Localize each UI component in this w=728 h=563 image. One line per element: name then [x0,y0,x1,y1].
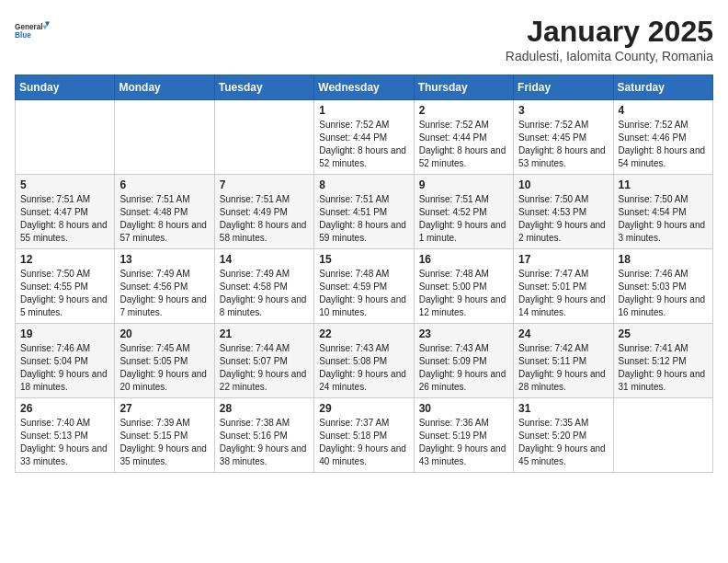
weekday-header: Friday [514,75,613,100]
calendar-cell: 4Sunrise: 7:52 AMSunset: 4:46 PMDaylight… [613,100,712,175]
day-number: 26 [20,402,109,415]
day-info: Sunrise: 7:48 AMSunset: 5:00 PMDaylight:… [419,268,508,319]
day-number: 24 [518,327,608,340]
day-number: 7 [220,178,309,191]
day-number: 17 [518,253,608,266]
day-number: 31 [518,402,608,415]
day-number: 10 [518,178,608,191]
day-info: Sunrise: 7:52 AMSunset: 4:44 PMDaylight:… [419,119,508,170]
day-number: 12 [20,253,109,266]
day-info: Sunrise: 7:50 AMSunset: 4:54 PMDaylight:… [619,193,708,245]
page-header: General Blue January 2025 Radulesti, Ial… [15,15,713,63]
day-number: 16 [419,253,508,266]
day-number: 18 [619,253,708,266]
day-number: 29 [319,402,408,415]
weekday-header: Tuesday [214,75,313,100]
calendar-cell: 12Sunrise: 7:50 AMSunset: 4:55 PMDayligh… [16,249,115,324]
day-info: Sunrise: 7:43 AMSunset: 5:09 PMDaylight:… [419,342,508,394]
calendar-cell [115,100,214,175]
calendar-cell: 31Sunrise: 7:35 AMSunset: 5:20 PMDayligh… [514,398,613,473]
calendar-cell [16,100,115,175]
day-number: 3 [518,104,608,117]
day-number: 30 [419,402,508,415]
day-info: Sunrise: 7:51 AMSunset: 4:49 PMDaylight:… [220,193,309,245]
day-info: Sunrise: 7:51 AMSunset: 4:48 PMDaylight:… [119,193,209,245]
weekday-header: Monday [115,75,214,100]
weekday-header: Thursday [414,75,513,100]
day-info: Sunrise: 7:38 AMSunset: 5:16 PMDaylight:… [220,417,309,468]
calendar-cell: 9Sunrise: 7:51 AMSunset: 4:52 PMDaylight… [414,175,513,249]
calendar-table: SundayMondayTuesdayWednesdayThursdayFrid… [15,75,713,473]
calendar-week-row: 1Sunrise: 7:52 AMSunset: 4:44 PMDaylight… [16,100,713,175]
day-info: Sunrise: 7:44 AMSunset: 5:07 PMDaylight:… [220,342,309,394]
calendar-cell: 18Sunrise: 7:46 AMSunset: 5:03 PMDayligh… [613,249,712,324]
calendar-cell: 3Sunrise: 7:52 AMSunset: 4:45 PMDaylight… [514,100,613,175]
day-info: Sunrise: 7:41 AMSunset: 5:12 PMDaylight:… [619,342,708,394]
day-info: Sunrise: 7:46 AMSunset: 5:04 PMDaylight:… [20,342,109,394]
day-number: 19 [20,327,109,340]
calendar-cell: 23Sunrise: 7:43 AMSunset: 5:09 PMDayligh… [414,324,513,398]
calendar-cell: 13Sunrise: 7:49 AMSunset: 4:56 PMDayligh… [115,249,214,324]
day-number: 4 [619,104,708,117]
location-title: Radulesti, Ialomita County, Romania [506,49,713,63]
day-info: Sunrise: 7:51 AMSunset: 4:52 PMDaylight:… [419,193,508,245]
month-title: January 2025 [506,15,713,49]
day-number: 25 [619,327,708,340]
calendar-cell: 7Sunrise: 7:51 AMSunset: 4:49 PMDaylight… [214,175,313,249]
day-info: Sunrise: 7:52 AMSunset: 4:46 PMDaylight:… [619,119,708,170]
day-info: Sunrise: 7:43 AMSunset: 5:08 PMDaylight:… [319,342,408,394]
day-number: 11 [619,178,708,191]
day-number: 1 [319,104,408,117]
day-info: Sunrise: 7:50 AMSunset: 4:53 PMDaylight:… [518,193,608,245]
day-number: 20 [119,327,209,340]
calendar-week-row: 5Sunrise: 7:51 AMSunset: 4:47 PMDaylight… [16,175,713,249]
calendar-cell: 20Sunrise: 7:45 AMSunset: 5:05 PMDayligh… [115,324,214,398]
calendar-cell [214,100,313,175]
calendar-cell: 22Sunrise: 7:43 AMSunset: 5:08 PMDayligh… [314,324,414,398]
day-number: 8 [319,178,408,191]
calendar-cell: 11Sunrise: 7:50 AMSunset: 4:54 PMDayligh… [613,175,712,249]
calendar-cell: 27Sunrise: 7:39 AMSunset: 5:15 PMDayligh… [115,398,214,473]
day-info: Sunrise: 7:46 AMSunset: 5:03 PMDaylight:… [619,268,708,319]
svg-text:General: General [15,23,43,31]
day-number: 22 [319,327,408,340]
calendar-week-row: 26Sunrise: 7:40 AMSunset: 5:13 PMDayligh… [16,398,713,473]
calendar-cell: 14Sunrise: 7:49 AMSunset: 4:58 PMDayligh… [214,249,313,324]
day-number: 21 [220,327,309,340]
day-info: Sunrise: 7:42 AMSunset: 5:11 PMDaylight:… [518,342,608,394]
calendar-cell: 10Sunrise: 7:50 AMSunset: 4:53 PMDayligh… [514,175,613,249]
calendar-cell: 26Sunrise: 7:40 AMSunset: 5:13 PMDayligh… [16,398,115,473]
day-info: Sunrise: 7:36 AMSunset: 5:19 PMDaylight:… [419,417,508,468]
calendar-cell: 25Sunrise: 7:41 AMSunset: 5:12 PMDayligh… [613,324,712,398]
day-number: 15 [319,253,408,266]
weekday-header: Sunday [16,75,115,100]
calendar-cell: 15Sunrise: 7:48 AMSunset: 4:59 PMDayligh… [314,249,414,324]
calendar-cell: 2Sunrise: 7:52 AMSunset: 4:44 PMDaylight… [414,100,513,175]
day-number: 5 [20,178,109,191]
day-info: Sunrise: 7:40 AMSunset: 5:13 PMDaylight:… [20,417,109,468]
day-number: 27 [119,402,209,415]
day-info: Sunrise: 7:52 AMSunset: 4:44 PMDaylight:… [319,119,408,170]
title-block: January 2025 Radulesti, Ialomita County,… [506,15,713,63]
day-number: 2 [419,104,508,117]
day-info: Sunrise: 7:47 AMSunset: 5:01 PMDaylight:… [518,268,608,319]
day-number: 6 [119,178,209,191]
day-info: Sunrise: 7:49 AMSunset: 4:58 PMDaylight:… [220,268,309,319]
calendar-week-row: 12Sunrise: 7:50 AMSunset: 4:55 PMDayligh… [16,249,713,324]
day-info: Sunrise: 7:48 AMSunset: 4:59 PMDaylight:… [319,268,408,319]
svg-text:Blue: Blue [15,31,31,40]
day-info: Sunrise: 7:50 AMSunset: 4:55 PMDaylight:… [20,268,109,319]
day-info: Sunrise: 7:49 AMSunset: 4:56 PMDaylight:… [119,268,209,319]
logo: General Blue [15,15,50,50]
weekday-header: Saturday [613,75,712,100]
calendar-cell: 17Sunrise: 7:47 AMSunset: 5:01 PMDayligh… [514,249,613,324]
day-info: Sunrise: 7:39 AMSunset: 5:15 PMDaylight:… [119,417,209,468]
calendar-cell: 1Sunrise: 7:52 AMSunset: 4:44 PMDaylight… [314,100,414,175]
calendar-cell: 29Sunrise: 7:37 AMSunset: 5:18 PMDayligh… [314,398,414,473]
day-info: Sunrise: 7:45 AMSunset: 5:05 PMDaylight:… [119,342,209,394]
day-info: Sunrise: 7:51 AMSunset: 4:51 PMDaylight:… [319,193,408,245]
day-number: 9 [419,178,508,191]
svg-marker-3 [42,25,47,29]
day-info: Sunrise: 7:35 AMSunset: 5:20 PMDaylight:… [518,417,608,468]
weekday-header: Wednesday [314,75,414,100]
